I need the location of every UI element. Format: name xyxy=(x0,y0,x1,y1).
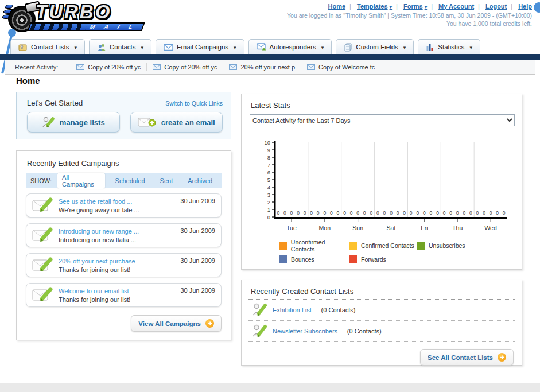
envelope-plus-icon xyxy=(138,117,156,128)
manage-lists-button[interactable]: manage lists xyxy=(27,112,120,133)
tab-email-campaigns[interactable]: Email Campaigns xyxy=(156,39,244,55)
see-all-contact-lists-button[interactable]: See All Contact Lists xyxy=(420,349,514,366)
campaign-subtitle: Thanks for joining our list! xyxy=(59,266,130,273)
filter-all-campaigns[interactable]: All Campaigns xyxy=(57,173,104,189)
tab-contacts[interactable]: Contacts xyxy=(89,39,151,55)
campaigns-panel-title: Recently Edited Campaigns xyxy=(17,151,231,173)
svg-text:2: 2 xyxy=(267,199,270,205)
legend-swatch xyxy=(417,242,425,250)
svg-text:0: 0 xyxy=(337,210,340,216)
contact-list-link[interactable]: Newsletter Subscribers xyxy=(273,328,337,335)
tab-autoresponders[interactable]: Autoresponders xyxy=(248,39,332,55)
svg-text:0: 0 xyxy=(483,210,485,216)
svg-text:10: 10 xyxy=(264,139,270,146)
chart-legend: Unconfirmed ContactsConfirmed ContactsUn… xyxy=(279,239,465,263)
svg-text:Tue: Tue xyxy=(286,224,297,231)
campaign-date: 30 Jun 2009 xyxy=(180,197,215,204)
tab-contact-lists[interactable]: Contact Lists xyxy=(10,39,85,55)
svg-text:0: 0 xyxy=(290,210,293,216)
stats-report-select[interactable]: Contact Activity for the Last 7 Days xyxy=(250,114,515,126)
show-label: SHOW: xyxy=(30,177,52,184)
svg-text:0: 0 xyxy=(503,210,506,216)
annotation-dot-right xyxy=(534,2,540,13)
page-title: Home xyxy=(16,76,40,86)
divider xyxy=(507,3,516,10)
filter-archived[interactable]: Archived xyxy=(183,176,217,185)
svg-text:7: 7 xyxy=(267,162,270,168)
recent-activity-item[interactable]: Copy of 20% off yc xyxy=(147,63,223,71)
stats-panel-title: Latest Stats xyxy=(242,94,522,114)
campaign-card: 20% off your next purchase Thanks for jo… xyxy=(26,253,222,277)
switch-quick-links[interactable]: Switch to Quick Links xyxy=(165,100,223,107)
custom-fields-icon xyxy=(344,43,352,52)
contact-list-link[interactable]: Exhibition List xyxy=(273,306,312,313)
svg-text:0: 0 xyxy=(350,210,353,216)
campaign-title-link[interactable]: Welcome to our email list xyxy=(59,287,180,295)
svg-text:0: 0 xyxy=(310,210,313,216)
recent-activity-text: Copy of Welcome tc xyxy=(318,64,375,71)
header-link-forms[interactable]: Forms xyxy=(403,3,427,10)
chevron-down-icon xyxy=(139,44,143,51)
svg-text:0: 0 xyxy=(390,210,393,216)
email-campaigns-icon xyxy=(164,44,173,51)
recent-activity-text: Copy of 20% off yc xyxy=(88,64,141,71)
svg-text:0: 0 xyxy=(283,210,286,216)
legend-label: Unsubscribes xyxy=(429,242,465,249)
autoresponders-icon xyxy=(257,43,266,51)
header-link-label: Forms xyxy=(403,3,423,10)
turbo-email-logo[interactable]: TURBO E M A I L xyxy=(3,1,153,33)
tab-label: Contact Lists xyxy=(31,44,69,51)
header-link-templates[interactable]: Templates xyxy=(357,3,392,10)
recent-activity-item[interactable]: Copy of Welcome tc xyxy=(301,63,380,71)
filter-scheduled[interactable]: Scheduled xyxy=(111,176,150,185)
svg-text:0: 0 xyxy=(397,210,399,216)
recent-activity-item[interactable]: Copy of 20% off yc xyxy=(71,63,147,71)
filter-sent[interactable]: Sent xyxy=(156,176,178,185)
envelope-pencil-icon xyxy=(32,197,53,214)
tab-custom-fields[interactable]: Custom Fields xyxy=(336,39,414,55)
svg-text:0: 0 xyxy=(416,210,419,216)
contact-list-count: - (0 Contacts) xyxy=(343,328,382,335)
campaign-title-link[interactable]: Introducing our new range ... xyxy=(59,227,180,235)
legend-swatch xyxy=(349,255,357,263)
svg-text:0: 0 xyxy=(476,210,479,216)
main-nav-tabs: Contact Lists Contacts Email Campaigns A… xyxy=(10,39,480,55)
header-link-help[interactable]: Help xyxy=(518,3,532,10)
recent-activity-item[interactable]: 20% off your next p xyxy=(223,63,301,71)
campaign-date: 30 Jun 2009 xyxy=(180,227,215,234)
svg-text:Wed: Wed xyxy=(484,224,497,231)
legend-item: Bounces xyxy=(279,255,349,263)
header-link-logout[interactable]: Logout xyxy=(485,3,507,10)
campaign-card: Introducing our new range ... Introducin… xyxy=(26,223,222,247)
contact-list-count: - (0 Contacts) xyxy=(317,306,356,313)
view-all-campaigns-button[interactable]: View All Campaigns xyxy=(131,315,222,332)
header-link-home[interactable]: Home xyxy=(328,3,346,10)
brand-name: TURBO xyxy=(36,1,111,23)
manage-lists-label: manage lists xyxy=(60,118,105,127)
campaign-title-link[interactable]: 20% off your next purchase xyxy=(59,257,180,265)
chevron-down-icon xyxy=(468,44,472,51)
svg-text:0: 0 xyxy=(317,210,320,216)
campaign-title-link[interactable]: See us at the retail food ... xyxy=(59,197,180,205)
tab-statistics[interactable]: Statistics xyxy=(418,39,480,55)
envelope-icon xyxy=(229,64,237,70)
recent-activity-text: 20% off your next p xyxy=(240,64,295,71)
svg-text:Fri: Fri xyxy=(421,224,428,231)
brand-sub-name: E M A I L xyxy=(76,24,138,30)
svg-text:0: 0 xyxy=(449,210,452,216)
login-info: You are logged in as "Timothy Smith" | S… xyxy=(287,12,532,19)
header-utility-area: Home Templates Forms My Account Logout H… xyxy=(287,3,532,27)
create-email-button[interactable]: create an email xyxy=(130,112,223,133)
svg-text:8: 8 xyxy=(267,154,270,161)
chevron-down-icon xyxy=(320,44,324,51)
campaign-filter-bar: SHOW: All Campaigns Scheduled Sent Archi… xyxy=(26,173,222,188)
divider xyxy=(345,3,355,10)
tab-label: Statistics xyxy=(438,44,464,51)
header-link-my-account[interactable]: My Account xyxy=(438,3,474,10)
chevron-down-icon xyxy=(72,44,77,51)
svg-text:Mon: Mon xyxy=(319,224,331,231)
contact-list-item: Exhibition List - (0 Contacts) xyxy=(248,300,515,321)
campaign-subtitle: Introducing our new Italia ... xyxy=(59,236,136,243)
legend-label: Bounces xyxy=(291,256,314,263)
brand-email-bar: E M A I L xyxy=(27,22,145,31)
